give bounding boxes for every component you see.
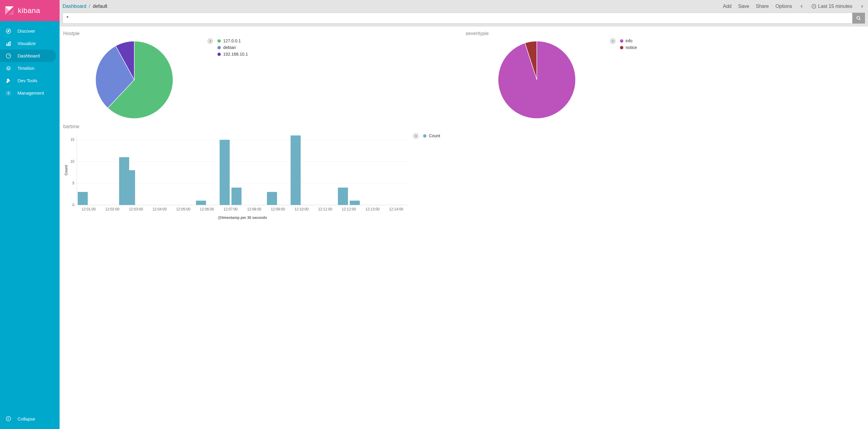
sidebar-item-label: Discover <box>18 28 35 34</box>
sidebar-item-label: Management <box>18 90 44 96</box>
svg-text:12:06:00: 12:06:00 <box>200 207 214 211</box>
compass-icon <box>5 28 11 34</box>
hostpie-legend: 127.0.0.1debian192.168.10.1 <box>205 37 462 122</box>
panel-bartime: bartime 05101512:01:0012:02:0012:03:0012… <box>63 124 864 223</box>
svg-point-12 <box>9 68 10 68</box>
sidebar-item-label: Dev Tools <box>18 78 37 83</box>
bartime-legend: Count <box>411 132 471 223</box>
legend-dot-icon <box>620 39 623 43</box>
svg-text:12:07:00: 12:07:00 <box>223 207 238 211</box>
sidebar-item-management[interactable]: Management <box>0 87 60 99</box>
sidebar-item-label: Timelion <box>18 66 34 71</box>
svg-rect-6 <box>10 41 10 45</box>
sidebar-footer: Collapse <box>0 413 60 429</box>
svg-rect-45 <box>196 201 206 205</box>
svg-rect-47 <box>231 188 241 205</box>
sidebar-item-devtools[interactable]: Dev Tools <box>0 74 60 87</box>
svg-rect-48 <box>267 192 277 205</box>
sidebar-nav: Discover Visualize Dashboard Timelion De… <box>0 21 60 413</box>
severitypie-chart <box>466 37 608 122</box>
panel-title: severitypie <box>466 31 865 36</box>
svg-text:12:11:00: 12:11:00 <box>318 207 332 211</box>
legend-dot-icon <box>217 46 221 49</box>
svg-marker-3 <box>7 30 9 32</box>
sidebar-item-visualize[interactable]: Visualize <box>0 37 60 50</box>
collapse-button[interactable]: Collapse <box>0 413 60 425</box>
legend-item[interactable]: notice <box>620 44 865 51</box>
svg-text:12:01:00: 12:01:00 <box>82 207 96 211</box>
sidebar-item-dashboard[interactable]: Dashboard <box>0 50 56 62</box>
breadcrumb-separator: / <box>89 4 90 9</box>
legend-label: 192.168.10.1 <box>223 52 248 57</box>
search-button[interactable] <box>852 13 865 24</box>
legend-label: info <box>626 38 633 43</box>
svg-rect-46 <box>220 140 229 205</box>
bartime-chart: 05101512:01:0012:02:0012:03:0012:04:0012… <box>63 132 411 223</box>
svg-text:0: 0 <box>72 203 74 207</box>
sidebar: kibana Discover Visualize Dashboard Time… <box>0 0 60 429</box>
lion-icon <box>5 65 11 71</box>
brand-name: kibana <box>18 6 40 15</box>
legend-item[interactable]: debian <box>217 44 462 51</box>
time-prev-button[interactable] <box>799 4 805 8</box>
legend-toggle-button[interactable] <box>610 38 616 44</box>
collapse-label: Collapse <box>18 416 35 422</box>
svg-rect-44 <box>125 170 135 205</box>
legend-label: Count <box>429 133 440 138</box>
main-area: Dashboard / default Add Save Share Optio… <box>60 0 868 429</box>
legend-item[interactable]: info <box>620 37 865 44</box>
top-actions: Add Save Share Options Last 15 minutes <box>723 4 865 9</box>
pies-row: Hostpie 127.0.0.1debian192.168.10.1 seve… <box>63 29 864 122</box>
legend-toggle-button[interactable] <box>207 38 213 44</box>
svg-text:12:12:00: 12:12:00 <box>342 207 356 211</box>
breadcrumb-current: default <box>93 4 107 9</box>
svg-rect-4 <box>6 43 7 45</box>
legend-item[interactable]: 192.168.10.1 <box>217 51 462 58</box>
svg-text:12:14:00: 12:14:00 <box>389 207 403 211</box>
wrench-icon <box>5 78 11 84</box>
save-button[interactable]: Save <box>738 4 749 9</box>
svg-text:12:09:00: 12:09:00 <box>271 207 285 211</box>
dashboard: Hostpie 127.0.0.1debian192.168.10.1 seve… <box>60 27 868 429</box>
svg-point-16 <box>857 16 860 19</box>
search-row <box>63 13 865 24</box>
sidebar-item-timelion[interactable]: Timelion <box>0 62 60 74</box>
gauge-icon <box>5 53 11 59</box>
svg-text:12:05:00: 12:05:00 <box>176 207 190 211</box>
svg-rect-51 <box>350 201 360 205</box>
gear-icon <box>5 90 11 96</box>
svg-point-11 <box>7 68 8 68</box>
svg-text:12:03:00: 12:03:00 <box>129 207 143 211</box>
panel-hostpie: Hostpie 127.0.0.1debian192.168.10.1 <box>63 29 462 122</box>
legend-item[interactable]: Count <box>423 132 471 139</box>
share-button[interactable]: Share <box>756 4 769 9</box>
legend-dot-icon <box>423 134 427 138</box>
hostpie-chart <box>63 37 205 122</box>
brand-header: kibana <box>0 0 60 21</box>
topbar-row: Dashboard / default Add Save Share Optio… <box>63 2 865 11</box>
svg-rect-50 <box>338 188 348 205</box>
options-button[interactable]: Options <box>775 4 792 9</box>
sidebar-item-discover[interactable]: Discover <box>0 25 60 37</box>
search-input[interactable] <box>63 13 852 24</box>
time-next-button[interactable] <box>859 4 865 8</box>
svg-point-10 <box>7 67 10 70</box>
svg-text:Count: Count <box>64 165 68 176</box>
svg-rect-42 <box>78 192 88 205</box>
breadcrumb-root-link[interactable]: Dashboard <box>63 4 86 9</box>
svg-rect-5 <box>8 42 9 45</box>
legend-toggle-button[interactable] <box>413 133 419 139</box>
legend-dot-icon <box>620 46 623 49</box>
breadcrumb: Dashboard / default <box>63 4 107 9</box>
time-picker[interactable]: Last 15 minutes <box>811 4 852 9</box>
svg-text:@timestamp per 30 seconds: @timestamp per 30 seconds <box>218 216 267 220</box>
legend-label: notice <box>626 45 637 50</box>
panel-title: bartime <box>63 124 864 129</box>
bar-chart-icon <box>5 40 11 46</box>
sidebar-item-label: Visualize <box>18 41 36 46</box>
chevron-left-circle-icon <box>5 416 11 422</box>
panel-title: Hostpie <box>63 31 462 36</box>
topbar: Dashboard / default Add Save Share Optio… <box>60 0 868 27</box>
add-button[interactable]: Add <box>723 4 731 9</box>
legend-item[interactable]: 127.0.0.1 <box>217 37 462 44</box>
